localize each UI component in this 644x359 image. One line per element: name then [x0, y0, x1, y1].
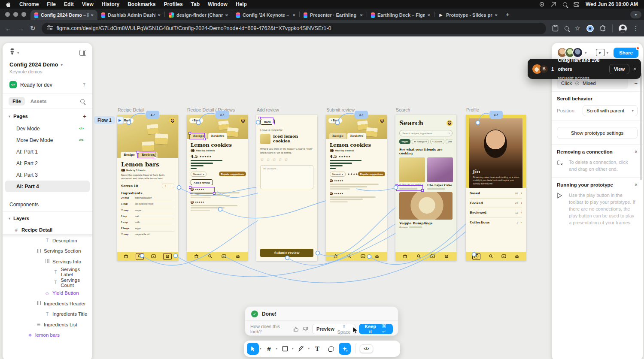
home-icon[interactable] [403, 254, 407, 259]
screen-mirroring-icon[interactable] [551, 2, 556, 7]
list-item[interactable]: Saved88› [470, 189, 522, 199]
close-icon[interactable]: × [633, 66, 636, 72]
menubar-item[interactable]: Tab [191, 1, 200, 7]
control-center-icon[interactable] [574, 2, 579, 7]
bottom-nav[interactable] [466, 252, 526, 261]
chef-icon[interactable] [163, 253, 172, 260]
chevron-down-icon[interactable]: ▾ [308, 347, 310, 350]
chef-icon[interactable] [444, 254, 449, 259]
back-connection-icon[interactable]: ↩ [489, 111, 503, 119]
bottom-nav[interactable] [395, 252, 456, 261]
scrollbar[interactable] [640, 73, 642, 180]
yield-stepper[interactable]: +− [162, 184, 174, 188]
view-request-button[interactable]: View [609, 64, 629, 74]
ready-for-dev-row[interactable]: </> Ready for dev 7 [3, 78, 92, 94]
back-button[interactable]: ‹ Back [328, 118, 342, 123]
sort-dropdown[interactable]: Newest▾ [330, 172, 346, 177]
browser-menu-icon[interactable]: ⋮ [633, 25, 639, 32]
collapse-sidebar-icon[interactable] [79, 50, 86, 56]
chevron-down-icon[interactable]: ▾ [9, 115, 10, 118]
back-button[interactable]: ‹ Back [189, 118, 203, 123]
close-tab-icon[interactable]: × [158, 12, 161, 18]
filter-vegan[interactable]: Vegan [399, 139, 410, 144]
video-icon[interactable] [430, 254, 435, 259]
figma-logo-icon[interactable] [9, 48, 15, 57]
ai-actions-tool[interactable] [339, 343, 351, 355]
avatar[interactable] [379, 118, 384, 123]
site-settings-icon[interactable] [47, 25, 53, 31]
page-item[interactable]: Dev Mode</> [5, 123, 90, 134]
close-tab-icon[interactable]: × [293, 12, 295, 18]
video-icon[interactable] [501, 254, 506, 259]
video-icon[interactable] [222, 254, 226, 259]
components-row[interactable]: Components [3, 198, 92, 211]
page-item[interactable]: More Dev Mode</> [5, 134, 90, 146]
canvas-frame-recipe-detail[interactable]: ‹ Back Recipe Reviews Lemon bars Made by… [117, 115, 178, 261]
big-card-image[interactable] [399, 192, 453, 220]
remove-interaction-icon[interactable]: − [634, 80, 638, 87]
page-item[interactable]: AI: Part 2 [5, 157, 90, 169]
chevron-down-icon[interactable]: ▾ [9, 217, 10, 220]
browser-tab[interactable]: ▶ Prototype - Slides prototype × [434, 10, 501, 20]
search-icon[interactable] [80, 99, 85, 103]
search-icon[interactable] [136, 253, 144, 260]
back-button[interactable]: Back [260, 119, 275, 125]
menubar-item[interactable]: Bookmarks [128, 1, 155, 7]
recipe-book-icon[interactable] [472, 253, 480, 260]
menubar-item[interactable]: View [82, 1, 94, 7]
submit-search-icon[interactable]: › [449, 132, 450, 135]
text-tool[interactable]: T [311, 343, 323, 355]
suggestions-chip[interactable]: Popular suggestions [219, 172, 246, 176]
zoom-icon[interactable] [565, 26, 569, 30]
avatar[interactable] [169, 118, 176, 124]
menubar-item[interactable]: File [47, 1, 56, 7]
preview-button[interactable]: Preview ⇧ Space [312, 324, 355, 334]
home-icon[interactable] [194, 254, 199, 259]
extension-loom-icon[interactable] [586, 25, 594, 32]
video-icon[interactable] [361, 254, 365, 259]
back-connection-icon[interactable]: ↩ [146, 111, 159, 119]
project-name[interactable]: Keynote demos [3, 68, 92, 78]
layer-row-component[interactable]: ❖lemon bars [3, 330, 92, 341]
list-item[interactable]: Collections2› [470, 218, 522, 228]
tab-recipe[interactable]: Recipe [121, 152, 138, 158]
chef-icon[interactable] [235, 254, 240, 259]
back-connection-icon[interactable]: ↩ [355, 111, 368, 119]
canvas-frame-search[interactable]: Search Search recipes, ingredients... › … [395, 115, 456, 261]
bottom-nav[interactable] [187, 252, 248, 261]
filter-time[interactable]: < 30 mins [430, 139, 445, 144]
search-input[interactable]: Search recipes, ingredients... › [399, 130, 453, 136]
menubar-item[interactable]: Window [208, 1, 228, 7]
window-controls[interactable] [3, 9, 30, 20]
frame-label[interactable]: Recipe Detail [118, 107, 144, 112]
pen-tool[interactable] [295, 343, 307, 355]
forward-button[interactable]: → [18, 25, 24, 32]
page-item[interactable]: AI: Part 1 [5, 146, 90, 157]
chevron-down-icon[interactable]: ▾ [17, 51, 19, 55]
back-connection-icon[interactable]: ↩ [216, 111, 229, 119]
recipe-card[interactable]: Ube Layer Cake [427, 157, 453, 190]
browser-tab[interactable]: Presenter · Earthling Deck - F × [300, 10, 367, 20]
frame-label[interactable]: Add review [257, 107, 279, 112]
browser-tab[interactable]: Config 2024 Demo – Figma × [30, 10, 97, 20]
chevron-down-icon[interactable]: ▾ [585, 51, 587, 55]
layer-row[interactable]: Servings Info [3, 256, 92, 267]
canvas-frame-reviews[interactable]: ‹ Back Recipe Reviews Lemon cookies Made… [187, 115, 248, 261]
video-icon[interactable] [151, 254, 156, 259]
chevron-down-icon[interactable]: ▾ [607, 51, 609, 55]
close-tab-icon[interactable]: × [91, 12, 94, 18]
home-icon[interactable] [333, 254, 338, 259]
close-tab-icon[interactable]: × [225, 12, 228, 18]
tab-file[interactable]: File [9, 97, 25, 106]
keep-it-button[interactable]: Keep it ⌘ ↵ [359, 324, 393, 334]
close-tab-icon[interactable]: × [360, 12, 363, 18]
layer-row[interactable]: #Recipe Detail [3, 225, 92, 235]
chevron-down-icon[interactable]: ▾ [61, 63, 63, 67]
close-icon[interactable]: × [635, 149, 638, 155]
menubar-item[interactable]: Chrome [19, 1, 39, 7]
tab-assets[interactable]: Assets [27, 97, 51, 106]
add-page-icon[interactable]: + [83, 113, 86, 120]
layer-row[interactable]: Servings Section [3, 246, 92, 256]
page-item[interactable]: AI: Part 3 [5, 169, 90, 181]
file-title[interactable]: Config 2024 Demo [9, 61, 58, 68]
